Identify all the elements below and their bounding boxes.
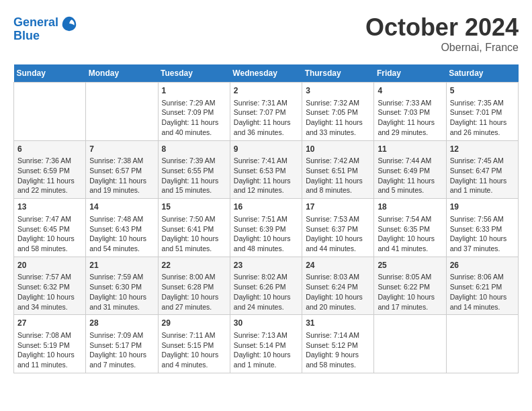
calendar-cell: 26Sunrise: 8:06 AM Sunset: 6:21 PM Dayli… <box>446 257 518 315</box>
day-info: Sunrise: 7:32 AM Sunset: 7:05 PM Dayligh… <box>306 98 370 138</box>
calendar-cell: 19Sunrise: 7:56 AM Sunset: 6:33 PM Dayli… <box>446 199 518 257</box>
day-info: Sunrise: 8:00 AM Sunset: 6:28 PM Dayligh… <box>162 272 226 312</box>
day-number: 1 <box>162 85 226 97</box>
day-info: Sunrise: 7:44 AM Sunset: 6:49 PM Dayligh… <box>378 156 442 195</box>
calendar-cell: 24Sunrise: 8:03 AM Sunset: 6:24 PM Dayli… <box>302 257 374 315</box>
month-title: October 2024 <box>365 13 519 42</box>
calendar-cell: 11Sunrise: 7:44 AM Sunset: 6:49 PM Dayli… <box>374 140 446 199</box>
logo-icon <box>60 13 79 32</box>
day-info: Sunrise: 7:53 AM Sunset: 6:37 PM Dayligh… <box>306 214 370 254</box>
title-block: October 2024 Obernai, France <box>365 13 519 54</box>
calendar-cell <box>14 83 86 141</box>
calendar-cell: 10Sunrise: 7:42 AM Sunset: 6:51 PM Dayli… <box>302 140 374 199</box>
day-number: 18 <box>378 201 442 213</box>
day-number: 5 <box>450 85 515 97</box>
calendar-cell: 4Sunrise: 7:33 AM Sunset: 7:03 PM Daylig… <box>374 83 446 141</box>
calendar-cell: 14Sunrise: 7:48 AM Sunset: 6:43 PM Dayli… <box>86 199 158 257</box>
day-number: 9 <box>234 144 298 155</box>
calendar-cell: 2Sunrise: 7:31 AM Sunset: 7:07 PM Daylig… <box>230 83 302 141</box>
location: Obernai, France <box>365 42 519 54</box>
calendar-cell: 20Sunrise: 7:57 AM Sunset: 6:32 PM Dayli… <box>14 257 86 315</box>
calendar-cell: 15Sunrise: 7:50 AM Sunset: 6:41 PM Dayli… <box>158 199 230 257</box>
day-number: 8 <box>162 144 226 155</box>
header-monday: Monday <box>86 64 158 83</box>
day-number: 21 <box>89 260 154 271</box>
header: General Blue October 2024 Obernai, Franc… <box>13 13 519 54</box>
day-info: Sunrise: 8:03 AM Sunset: 6:24 PM Dayligh… <box>306 272 370 312</box>
calendar-cell: 29Sunrise: 7:11 AM Sunset: 5:15 PM Dayli… <box>158 315 230 373</box>
day-info: Sunrise: 7:41 AM Sunset: 6:53 PM Dayligh… <box>234 156 298 195</box>
logo: General Blue <box>13 13 79 43</box>
calendar-week-5: 27Sunrise: 7:08 AM Sunset: 5:19 PM Dayli… <box>14 315 519 373</box>
day-info: Sunrise: 7:38 AM Sunset: 6:57 PM Dayligh… <box>89 156 154 195</box>
day-info: Sunrise: 7:57 AM Sunset: 6:32 PM Dayligh… <box>17 272 82 312</box>
day-number: 19 <box>450 201 515 213</box>
day-number: 2 <box>234 85 298 97</box>
header-thursday: Thursday <box>302 64 374 83</box>
day-number: 10 <box>306 144 370 155</box>
calendar-week-4: 20Sunrise: 7:57 AM Sunset: 6:32 PM Dayli… <box>14 257 519 315</box>
day-number: 28 <box>89 318 154 329</box>
calendar-cell: 12Sunrise: 7:45 AM Sunset: 6:47 PM Dayli… <box>446 140 518 199</box>
calendar-cell: 28Sunrise: 7:09 AM Sunset: 5:17 PM Dayli… <box>86 315 158 373</box>
logo-text: General <box>13 16 58 30</box>
day-number: 24 <box>306 260 370 271</box>
page-container: General Blue October 2024 Obernai, Franc… <box>13 13 519 373</box>
calendar-cell: 16Sunrise: 7:51 AM Sunset: 6:39 PM Dayli… <box>230 199 302 257</box>
calendar-week-3: 13Sunrise: 7:47 AM Sunset: 6:45 PM Dayli… <box>14 199 519 257</box>
day-info: Sunrise: 7:35 AM Sunset: 7:01 PM Dayligh… <box>450 98 515 138</box>
day-number: 15 <box>162 201 226 213</box>
header-friday: Friday <box>374 64 446 83</box>
day-info: Sunrise: 7:36 AM Sunset: 6:59 PM Dayligh… <box>17 156 82 195</box>
day-number: 7 <box>89 144 154 155</box>
calendar-cell: 22Sunrise: 8:00 AM Sunset: 6:28 PM Dayli… <box>158 257 230 315</box>
calendar-cell: 21Sunrise: 7:59 AM Sunset: 6:30 PM Dayli… <box>86 257 158 315</box>
day-number: 27 <box>17 318 82 329</box>
calendar-cell: 18Sunrise: 7:54 AM Sunset: 6:35 PM Dayli… <box>374 199 446 257</box>
calendar-cell: 3Sunrise: 7:32 AM Sunset: 7:05 PM Daylig… <box>302 83 374 141</box>
day-info: Sunrise: 7:48 AM Sunset: 6:43 PM Dayligh… <box>89 214 154 254</box>
calendar-cell: 17Sunrise: 7:53 AM Sunset: 6:37 PM Dayli… <box>302 199 374 257</box>
header-sunday: Sunday <box>14 64 86 83</box>
day-info: Sunrise: 8:06 AM Sunset: 6:21 PM Dayligh… <box>450 272 515 312</box>
day-info: Sunrise: 7:31 AM Sunset: 7:07 PM Dayligh… <box>234 98 298 138</box>
weekday-header-row: Sunday Monday Tuesday Wednesday Thursday… <box>14 64 519 83</box>
day-number: 20 <box>17 260 82 271</box>
day-number: 31 <box>306 318 370 329</box>
day-info: Sunrise: 8:05 AM Sunset: 6:22 PM Dayligh… <box>378 272 442 312</box>
day-number: 14 <box>89 201 154 213</box>
day-info: Sunrise: 7:09 AM Sunset: 5:17 PM Dayligh… <box>89 330 154 370</box>
calendar-cell: 5Sunrise: 7:35 AM Sunset: 7:01 PM Daylig… <box>446 83 518 141</box>
calendar-cell <box>446 315 518 373</box>
header-saturday: Saturday <box>446 64 518 83</box>
day-number: 22 <box>162 260 226 271</box>
day-number: 12 <box>450 144 515 155</box>
calendar-cell <box>86 83 158 141</box>
calendar-table: Sunday Monday Tuesday Wednesday Thursday… <box>13 64 519 373</box>
header-tuesday: Tuesday <box>158 64 230 83</box>
day-number: 13 <box>17 201 82 213</box>
day-info: Sunrise: 7:14 AM Sunset: 5:12 PM Dayligh… <box>306 330 370 370</box>
day-info: Sunrise: 7:42 AM Sunset: 6:51 PM Dayligh… <box>306 156 370 195</box>
day-info: Sunrise: 7:47 AM Sunset: 6:45 PM Dayligh… <box>17 214 82 254</box>
calendar-week-1: 1Sunrise: 7:29 AM Sunset: 7:09 PM Daylig… <box>14 83 519 141</box>
calendar-cell: 25Sunrise: 8:05 AM Sunset: 6:22 PM Dayli… <box>374 257 446 315</box>
header-wednesday: Wednesday <box>230 64 302 83</box>
calendar-cell: 1Sunrise: 7:29 AM Sunset: 7:09 PM Daylig… <box>158 83 230 141</box>
day-number: 3 <box>306 85 370 97</box>
day-info: Sunrise: 7:56 AM Sunset: 6:33 PM Dayligh… <box>450 214 515 254</box>
calendar-cell: 13Sunrise: 7:47 AM Sunset: 6:45 PM Dayli… <box>14 199 86 257</box>
calendar-cell: 7Sunrise: 7:38 AM Sunset: 6:57 PM Daylig… <box>86 140 158 199</box>
day-number: 25 <box>378 260 442 271</box>
calendar-cell: 23Sunrise: 8:02 AM Sunset: 6:26 PM Dayli… <box>230 257 302 315</box>
day-number: 4 <box>378 85 442 97</box>
calendar-cell <box>374 315 446 373</box>
day-number: 17 <box>306 201 370 213</box>
day-info: Sunrise: 7:39 AM Sunset: 6:55 PM Dayligh… <box>162 156 226 195</box>
calendar-week-2: 6Sunrise: 7:36 AM Sunset: 6:59 PM Daylig… <box>14 140 519 199</box>
day-number: 23 <box>234 260 298 271</box>
day-info: Sunrise: 8:02 AM Sunset: 6:26 PM Dayligh… <box>234 272 298 312</box>
day-number: 26 <box>450 260 515 271</box>
day-number: 16 <box>234 201 298 213</box>
day-info: Sunrise: 7:45 AM Sunset: 6:47 PM Dayligh… <box>450 156 515 195</box>
